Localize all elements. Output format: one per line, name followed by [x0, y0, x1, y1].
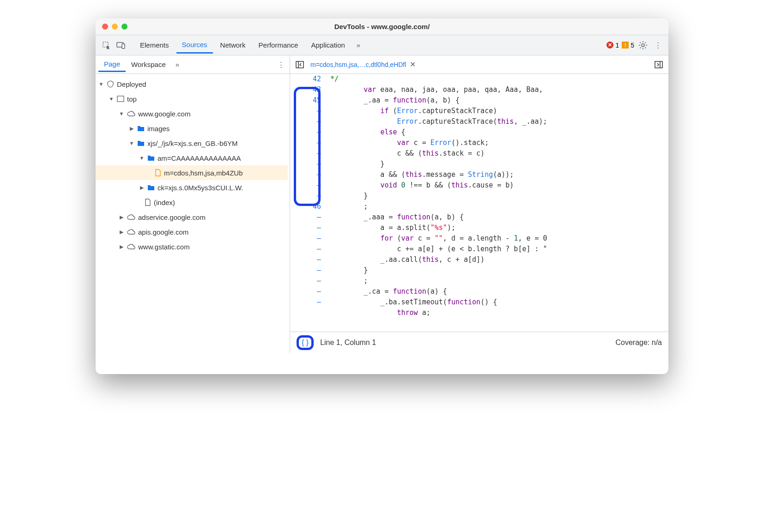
file-tree: Deployed top www.google.com images xjs/_…: [96, 74, 290, 257]
window-title: DevTools - www.google.com/: [96, 23, 668, 30]
tree-deployed[interactable]: Deployed: [96, 77, 288, 91]
more-menu-icon[interactable]: ⋮: [652, 39, 664, 51]
tab-performance[interactable]: Performance: [253, 37, 304, 53]
tab-sources[interactable]: Sources: [176, 37, 213, 54]
tree-folder-xjs[interactable]: xjs/_/js/k=xjs.s.en_GB.-b6YM: [96, 136, 288, 151]
device-toolbar-icon[interactable]: [115, 39, 127, 51]
pretty-print-button[interactable]: { }: [297, 335, 314, 350]
main-tabs: Elements Sources Network Performance App…: [134, 37, 364, 54]
file-tab[interactable]: m=cdos,hsm,jsa,…c,dtl0hd,eHDfl✕: [310, 60, 416, 69]
code-editor[interactable]: 424345—————————46————————— */ var eaa, n…: [290, 74, 668, 332]
tab-elements[interactable]: Elements: [134, 37, 175, 53]
tree-top[interactable]: top: [96, 91, 288, 106]
tree-folder-ck[interactable]: ck=xjs.s.0Mx5ys3sCUI.L.W.: [96, 180, 288, 195]
cursor-position: Line 1, Column 1: [320, 339, 376, 347]
error-count[interactable]: ✕1: [606, 42, 619, 49]
warning-count[interactable]: !5: [622, 42, 634, 49]
subtabs-menu-icon[interactable]: ⋮: [275, 59, 287, 71]
tree-domain-apis[interactable]: apis.google.com: [96, 224, 288, 239]
tree-domain-gstatic[interactable]: www.gstatic.com: [96, 239, 288, 254]
tree-domain-google[interactable]: www.google.com: [96, 106, 288, 121]
line-gutter: 424345—————————46—————————: [290, 74, 325, 332]
inspect-icon[interactable]: [100, 39, 112, 51]
tab-application[interactable]: Application: [305, 37, 350, 53]
settings-icon[interactable]: [637, 39, 649, 51]
gutter-highlight-annotation: [294, 87, 321, 206]
more-tabs-icon[interactable]: »: [352, 39, 364, 51]
svg-rect-2: [122, 44, 125, 48]
tree-file-selected[interactable]: m=cdos,hsm,jsa,mb4ZUb: [96, 165, 288, 180]
svg-rect-4: [117, 96, 124, 102]
window-maximize-button[interactable]: [121, 24, 127, 30]
code-content: */ var eaa, naa, jaa, oaa, paa, qaa, Aaa…: [325, 74, 668, 332]
close-tab-icon[interactable]: ✕: [410, 60, 416, 69]
tree-file-index[interactable]: (index): [96, 195, 288, 210]
coverage-status: Coverage: n/a: [615, 339, 662, 347]
tree-folder-am[interactable]: am=CAAAAAAAAAAAAAA: [96, 151, 288, 165]
tab-network[interactable]: Network: [215, 37, 251, 53]
svg-point-3: [642, 44, 644, 47]
subtab-page[interactable]: Page: [98, 57, 126, 72]
tree-domain-adservice[interactable]: adservice.google.com: [96, 210, 288, 224]
more-subtabs-icon[interactable]: »: [171, 59, 183, 71]
tree-folder-images[interactable]: images: [96, 121, 288, 136]
toggle-navigator-icon[interactable]: [294, 59, 306, 71]
subtab-workspace[interactable]: Workspace: [126, 58, 171, 71]
toggle-debugger-icon[interactable]: [653, 59, 665, 71]
window-close-button[interactable]: [102, 24, 108, 30]
window-minimize-button[interactable]: [112, 24, 118, 30]
